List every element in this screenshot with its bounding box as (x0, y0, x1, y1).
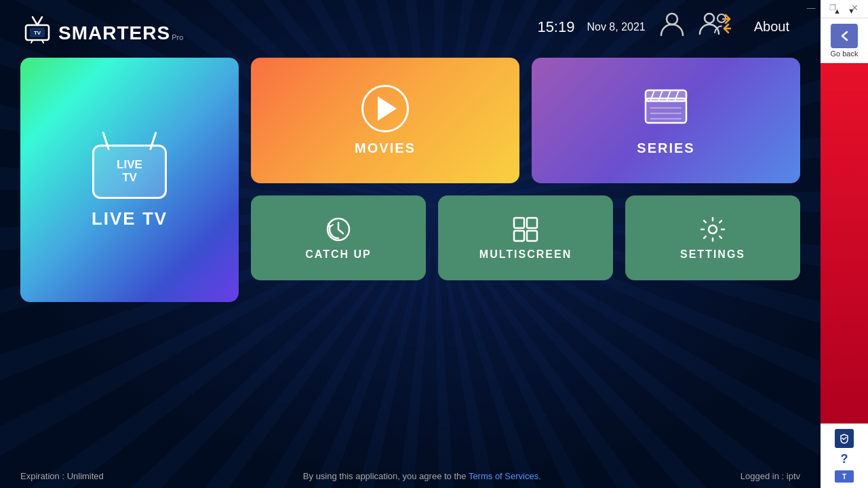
card-grid: LIVETV LIVE TV MOVIES (0, 51, 821, 302)
settings-icon (699, 216, 726, 243)
svg-rect-21 (527, 218, 537, 228)
footer-notice: By using this application, you agree to … (303, 471, 541, 481)
play-circle-icon (361, 85, 409, 132)
play-triangle-icon (378, 96, 397, 121)
footer: Expiration : Unlimited By using this app… (0, 464, 821, 488)
side-panel: ▲ ▼ Go back ? T (821, 0, 868, 488)
series-label: SERIES (637, 140, 694, 156)
logo: TV SMARTERS Pro (20, 10, 183, 44)
cards-top-row: MOVIES (251, 58, 800, 183)
go-back-section[interactable]: Go back (831, 24, 859, 58)
svg-point-7 (667, 14, 677, 24)
header: TV SMARTERS Pro 15:19 Nov 8, 2021 (0, 0, 821, 51)
clapboard-icon (642, 85, 690, 134)
date-display: Nov 8, 2021 (587, 21, 645, 33)
logo-pro-text: Pro (172, 33, 183, 41)
go-back-icon (831, 24, 858, 48)
settings-card[interactable]: SETTINGS (625, 195, 800, 280)
main-content: TV SMARTERS Pro 15:19 Nov 8, 2021 (0, 0, 821, 488)
movies-card[interactable]: MOVIES (251, 58, 519, 183)
user-icon[interactable] (658, 10, 686, 44)
live-tv-card[interactable]: LIVETV LIVE TV (20, 58, 239, 302)
svg-text:TV: TV (34, 30, 41, 36)
movies-label: MOVIES (355, 140, 416, 156)
text-icon: T (835, 470, 854, 483)
svg-point-8 (705, 14, 714, 23)
header-right: 15:19 Nov 8, 2021 (537, 10, 800, 44)
catch-up-label: CATCH UP (305, 248, 371, 261)
window-controls: — ❐ ✕ (800, 0, 868, 15)
close-button[interactable]: ✕ (844, 0, 865, 15)
svg-rect-23 (527, 231, 537, 241)
svg-point-24 (709, 225, 717, 233)
catchup-icon (325, 216, 352, 243)
logo-smarters-text: SMARTERS (58, 22, 170, 44)
expiration-text: Expiration : Unlimited (20, 471, 104, 481)
about-button[interactable]: About (743, 15, 800, 39)
footer-notice-pre: By using this application, you agree to … (303, 471, 469, 481)
svg-rect-20 (514, 218, 524, 228)
time-display: 15:19 (537, 18, 574, 36)
cards-right: MOVIES (251, 58, 800, 302)
multiscreen-label: MULTISCREEN (479, 248, 572, 261)
live-tv-label: LIVE TV (92, 208, 167, 229)
svg-line-1 (37, 17, 42, 25)
help-icon[interactable]: ? (841, 452, 848, 466)
switch-user-icon[interactable] (698, 10, 731, 44)
svg-line-0 (33, 17, 37, 25)
shield-icon (835, 429, 854, 448)
restore-button[interactable]: ❐ (822, 0, 844, 15)
settings-label: SETTINGS (680, 248, 745, 261)
terms-link[interactable]: Terms of Services. (469, 471, 541, 481)
svg-rect-22 (514, 231, 524, 241)
go-back-label: Go back (831, 50, 859, 58)
catch-up-card[interactable]: CATCH UP (251, 195, 426, 280)
side-bottom: ? T (821, 424, 868, 488)
multiscreen-card[interactable]: MULTISCREEN (438, 195, 613, 280)
side-red-strip (821, 63, 868, 424)
logged-in-text: Logged in : iptv (741, 471, 800, 481)
cards-bottom-row: CATCH UP MULTISCREEN (251, 195, 800, 280)
minimize-button[interactable]: — (800, 0, 822, 15)
series-card[interactable]: SERIES (532, 58, 800, 183)
live-tv-icon-wrapper: LIVETV (89, 131, 170, 199)
live-tv-icon-text: LIVETV (117, 159, 142, 184)
logo-icon: TV (20, 10, 54, 44)
multiscreen-icon (512, 216, 539, 243)
